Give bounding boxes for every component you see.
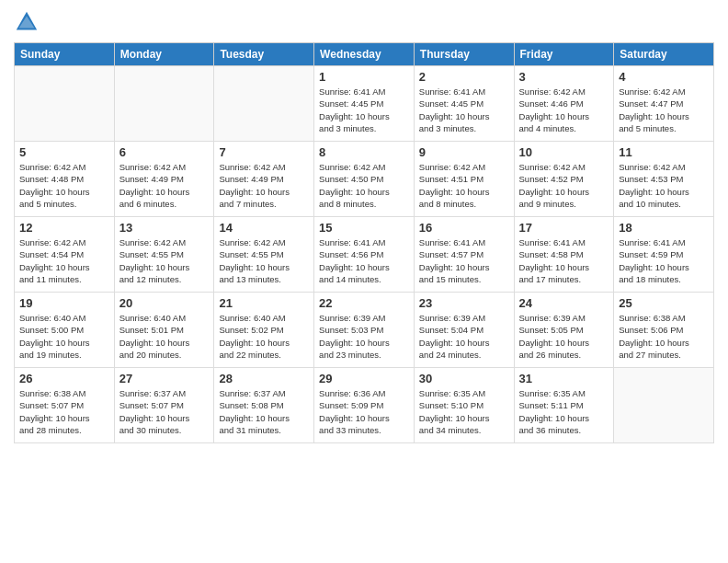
day-info: Sunrise: 6:41 AM Sunset: 4:58 PM Dayligh…	[519, 236, 609, 285]
calendar-cell: 15Sunrise: 6:41 AM Sunset: 4:56 PM Dayli…	[314, 217, 415, 293]
calendar-cell: 19Sunrise: 6:40 AM Sunset: 5:00 PM Dayli…	[15, 293, 115, 368]
day-number: 7	[219, 145, 309, 159]
col-header-tuesday: Tuesday	[214, 43, 314, 66]
day-info: Sunrise: 6:37 AM Sunset: 5:07 PM Dayligh…	[119, 387, 210, 436]
calendar: SundayMondayTuesdayWednesdayThursdayFrid…	[14, 42, 714, 443]
day-info: Sunrise: 6:42 AM Sunset: 4:48 PM Dayligh…	[19, 161, 109, 210]
day-info: Sunrise: 6:42 AM Sunset: 4:53 PM Dayligh…	[619, 161, 709, 210]
day-number: 18	[619, 221, 709, 235]
day-info: Sunrise: 6:35 AM Sunset: 5:11 PM Dayligh…	[519, 387, 609, 436]
week-row-1: 5Sunrise: 6:42 AM Sunset: 4:48 PM Daylig…	[15, 142, 714, 217]
calendar-cell	[114, 66, 214, 142]
day-number: 26	[19, 372, 109, 385]
calendar-cell: 8Sunrise: 6:42 AM Sunset: 4:50 PM Daylig…	[314, 142, 415, 217]
week-row-3: 19Sunrise: 6:40 AM Sunset: 5:00 PM Dayli…	[15, 293, 714, 368]
day-info: Sunrise: 6:39 AM Sunset: 5:03 PM Dayligh…	[319, 312, 409, 361]
day-info: Sunrise: 6:38 AM Sunset: 5:07 PM Dayligh…	[19, 387, 109, 436]
header	[14, 9, 714, 35]
calendar-cell: 17Sunrise: 6:41 AM Sunset: 4:58 PM Dayli…	[514, 217, 614, 293]
day-info: Sunrise: 6:42 AM Sunset: 4:55 PM Dayligh…	[119, 236, 210, 285]
day-info: Sunrise: 6:39 AM Sunset: 5:05 PM Dayligh…	[519, 312, 609, 361]
day-number: 14	[219, 221, 309, 235]
day-info: Sunrise: 6:42 AM Sunset: 4:49 PM Dayligh…	[119, 161, 210, 210]
day-number: 24	[519, 296, 609, 310]
calendar-cell: 23Sunrise: 6:39 AM Sunset: 5:04 PM Dayli…	[414, 293, 514, 368]
day-number: 29	[319, 372, 409, 385]
col-header-wednesday: Wednesday	[314, 43, 415, 66]
calendar-cell: 5Sunrise: 6:42 AM Sunset: 4:48 PM Daylig…	[15, 142, 115, 217]
calendar-cell	[214, 66, 314, 142]
day-info: Sunrise: 6:39 AM Sunset: 5:04 PM Dayligh…	[419, 312, 509, 361]
calendar-cell: 4Sunrise: 6:42 AM Sunset: 4:47 PM Daylig…	[614, 66, 714, 142]
day-number: 31	[519, 372, 609, 385]
calendar-cell: 29Sunrise: 6:36 AM Sunset: 5:09 PM Dayli…	[314, 368, 415, 443]
calendar-cell: 24Sunrise: 6:39 AM Sunset: 5:05 PM Dayli…	[514, 293, 614, 368]
day-number: 23	[419, 296, 509, 310]
day-info: Sunrise: 6:42 AM Sunset: 4:52 PM Dayligh…	[519, 161, 609, 210]
calendar-cell: 14Sunrise: 6:42 AM Sunset: 4:55 PM Dayli…	[214, 217, 314, 293]
week-row-4: 26Sunrise: 6:38 AM Sunset: 5:07 PM Dayli…	[15, 368, 714, 443]
day-info: Sunrise: 6:41 AM Sunset: 4:45 PM Dayligh…	[419, 86, 509, 134]
day-info: Sunrise: 6:42 AM Sunset: 4:47 PM Dayligh…	[619, 86, 709, 134]
calendar-cell: 21Sunrise: 6:40 AM Sunset: 5:02 PM Dayli…	[214, 293, 314, 368]
week-row-0: 1Sunrise: 6:41 AM Sunset: 4:45 PM Daylig…	[15, 66, 714, 142]
day-number: 5	[19, 145, 109, 159]
calendar-cell	[614, 368, 714, 443]
calendar-cell: 11Sunrise: 6:42 AM Sunset: 4:53 PM Dayli…	[614, 142, 714, 217]
week-row-2: 12Sunrise: 6:42 AM Sunset: 4:54 PM Dayli…	[15, 217, 714, 293]
col-header-saturday: Saturday	[614, 43, 714, 66]
calendar-cell: 6Sunrise: 6:42 AM Sunset: 4:49 PM Daylig…	[114, 142, 214, 217]
calendar-header-row: SundayMondayTuesdayWednesdayThursdayFrid…	[15, 43, 714, 66]
calendar-cell: 25Sunrise: 6:38 AM Sunset: 5:06 PM Dayli…	[614, 293, 714, 368]
day-number: 8	[319, 145, 409, 159]
day-info: Sunrise: 6:38 AM Sunset: 5:06 PM Dayligh…	[619, 312, 709, 361]
calendar-cell: 20Sunrise: 6:40 AM Sunset: 5:01 PM Dayli…	[114, 293, 214, 368]
calendar-cell: 18Sunrise: 6:41 AM Sunset: 4:59 PM Dayli…	[614, 217, 714, 293]
day-number: 15	[319, 221, 409, 235]
col-header-sunday: Sunday	[15, 43, 115, 66]
day-info: Sunrise: 6:42 AM Sunset: 4:46 PM Dayligh…	[519, 86, 609, 134]
day-number: 1	[319, 70, 409, 84]
day-info: Sunrise: 6:42 AM Sunset: 4:54 PM Dayligh…	[19, 236, 109, 285]
day-number: 4	[619, 70, 709, 84]
day-info: Sunrise: 6:35 AM Sunset: 5:10 PM Dayligh…	[419, 387, 509, 436]
day-number: 13	[119, 221, 210, 235]
day-info: Sunrise: 6:42 AM Sunset: 4:55 PM Dayligh…	[219, 236, 309, 285]
day-info: Sunrise: 6:42 AM Sunset: 4:50 PM Dayligh…	[319, 161, 409, 210]
calendar-cell: 28Sunrise: 6:37 AM Sunset: 5:08 PM Dayli…	[214, 368, 314, 443]
day-info: Sunrise: 6:42 AM Sunset: 4:51 PM Dayligh…	[419, 161, 509, 210]
day-number: 12	[19, 221, 109, 235]
col-header-friday: Friday	[514, 43, 614, 66]
calendar-cell: 3Sunrise: 6:42 AM Sunset: 4:46 PM Daylig…	[514, 66, 614, 142]
day-number: 30	[419, 372, 509, 385]
calendar-cell: 22Sunrise: 6:39 AM Sunset: 5:03 PM Dayli…	[314, 293, 415, 368]
day-number: 21	[219, 296, 309, 310]
day-info: Sunrise: 6:41 AM Sunset: 4:56 PM Dayligh…	[319, 236, 409, 285]
calendar-cell	[15, 66, 115, 142]
calendar-cell: 26Sunrise: 6:38 AM Sunset: 5:07 PM Dayli…	[15, 368, 115, 443]
day-info: Sunrise: 6:40 AM Sunset: 5:02 PM Dayligh…	[219, 312, 309, 361]
day-number: 10	[519, 145, 609, 159]
day-number: 9	[419, 145, 509, 159]
calendar-cell: 2Sunrise: 6:41 AM Sunset: 4:45 PM Daylig…	[414, 66, 514, 142]
day-number: 28	[219, 372, 309, 385]
day-number: 3	[519, 70, 609, 84]
day-number: 27	[119, 372, 210, 385]
day-number: 25	[619, 296, 709, 310]
calendar-cell: 10Sunrise: 6:42 AM Sunset: 4:52 PM Dayli…	[514, 142, 614, 217]
calendar-cell: 31Sunrise: 6:35 AM Sunset: 5:11 PM Dayli…	[514, 368, 614, 443]
day-info: Sunrise: 6:40 AM Sunset: 5:01 PM Dayligh…	[119, 312, 210, 361]
calendar-cell: 13Sunrise: 6:42 AM Sunset: 4:55 PM Dayli…	[114, 217, 214, 293]
calendar-cell: 9Sunrise: 6:42 AM Sunset: 4:51 PM Daylig…	[414, 142, 514, 217]
calendar-cell: 16Sunrise: 6:41 AM Sunset: 4:57 PM Dayli…	[414, 217, 514, 293]
day-info: Sunrise: 6:42 AM Sunset: 4:49 PM Dayligh…	[219, 161, 309, 210]
day-info: Sunrise: 6:41 AM Sunset: 4:45 PM Dayligh…	[319, 86, 409, 134]
day-info: Sunrise: 6:40 AM Sunset: 5:00 PM Dayligh…	[19, 312, 109, 361]
day-info: Sunrise: 6:41 AM Sunset: 4:59 PM Dayligh…	[619, 236, 709, 285]
col-header-thursday: Thursday	[414, 43, 514, 66]
col-header-monday: Monday	[114, 43, 214, 66]
day-number: 16	[419, 221, 509, 235]
day-number: 6	[119, 145, 210, 159]
day-number: 11	[619, 145, 709, 159]
logo-icon	[14, 9, 40, 35]
